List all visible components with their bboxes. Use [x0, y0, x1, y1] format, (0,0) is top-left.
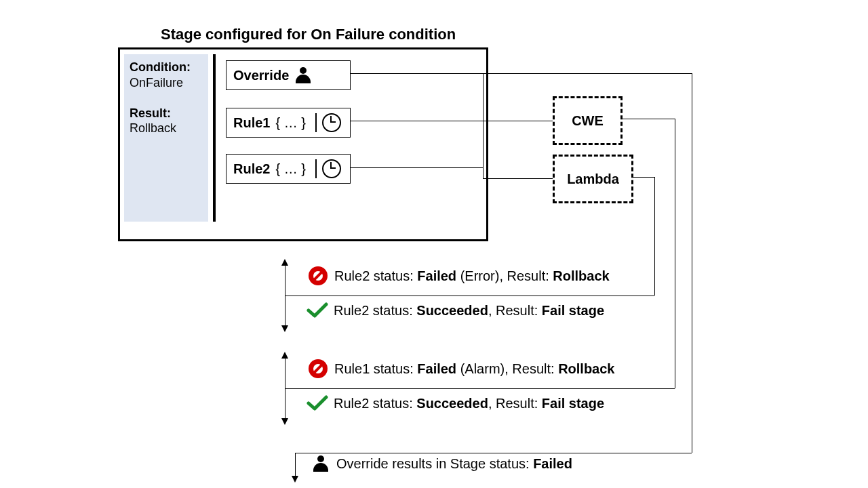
status-rule2-succeeded: Rule2 status: Succeeded, Result: Fail st… — [307, 302, 604, 319]
rule2-body: { … } — [275, 161, 305, 177]
check-icon — [307, 395, 327, 411]
check-icon — [307, 302, 327, 319]
arrow-down-icon — [281, 418, 288, 425]
bracket-line — [285, 296, 285, 327]
divider — [315, 159, 317, 178]
connector — [483, 73, 692, 74]
bracket-line — [285, 264, 285, 296]
rule2-box: Rule2 { … } — [226, 154, 351, 184]
divider — [315, 113, 317, 132]
rule1-box: Rule1 { … } — [226, 108, 351, 138]
connector — [483, 178, 553, 179]
status-override: Override results in Stage status: Failed — [307, 455, 572, 472]
status-rule1-succeeded: Rule2 status: Succeeded, Result: Fail st… — [307, 395, 604, 411]
clock-icon — [322, 159, 341, 178]
arrow-down-icon — [292, 476, 298, 483]
arrow-up-icon — [281, 352, 288, 359]
arrow-down-icon — [281, 325, 288, 332]
connector — [654, 388, 675, 389]
bracket-line — [295, 453, 296, 477]
result-value: Rollback — [130, 121, 176, 135]
connector — [483, 73, 484, 178]
connector — [692, 73, 692, 453]
lambda-label: Lambda — [567, 171, 619, 187]
connector — [351, 73, 483, 74]
connector — [631, 177, 654, 178]
status-text: Rule1 status: Failed (Alarm), Result: Ro… — [334, 361, 614, 377]
panel-divider — [213, 54, 216, 222]
cwe-label: CWE — [572, 113, 604, 129]
diagram-title: Stage configured for On Failure conditio… — [161, 26, 456, 43]
override-label: Override — [233, 68, 289, 83]
connector — [675, 119, 675, 388]
connector — [654, 177, 655, 296]
bracket-line — [285, 357, 285, 388]
cwe-box: CWE — [553, 96, 623, 145]
no-entry-icon — [309, 266, 328, 285]
rule1-body: { … } — [275, 115, 305, 131]
connector — [351, 121, 553, 121]
status-text: Override results in Stage status: Failed — [336, 456, 572, 472]
connector — [295, 453, 692, 453]
condition-label: Condition: — [130, 60, 191, 74]
rule1-name: Rule1 — [233, 115, 270, 131]
clock-icon — [322, 113, 341, 132]
person-icon — [312, 455, 330, 472]
bracket-line — [285, 388, 285, 420]
person-icon — [294, 67, 312, 83]
arrow-up-icon — [281, 259, 288, 266]
condition-value: OnFailure — [130, 76, 183, 89]
connector — [620, 119, 675, 119]
bracket-line — [285, 296, 654, 296]
status-text: Rule2 status: Succeeded, Result: Fail st… — [334, 396, 604, 411]
no-entry-icon — [309, 359, 328, 378]
stage-box: Condition: OnFailure Result: Rollback Ov… — [118, 47, 488, 241]
status-rule1-failed: Rule1 status: Failed (Alarm), Result: Ro… — [309, 359, 614, 378]
rule2-name: Rule2 — [233, 161, 270, 177]
lambda-box: Lambda — [553, 155, 633, 203]
condition-panel: Condition: OnFailure Result: Rollback — [124, 54, 208, 222]
status-rule2-failed: Rule2 status: Failed (Error), Result: Ro… — [309, 266, 610, 285]
connector — [351, 167, 483, 168]
result-label: Result: — [130, 106, 171, 120]
override-box: Override — [226, 60, 351, 90]
status-text: Rule2 status: Succeeded, Result: Fail st… — [334, 303, 604, 319]
status-text: Rule2 status: Failed (Error), Result: Ro… — [334, 268, 610, 284]
bracket-line — [285, 388, 654, 389]
